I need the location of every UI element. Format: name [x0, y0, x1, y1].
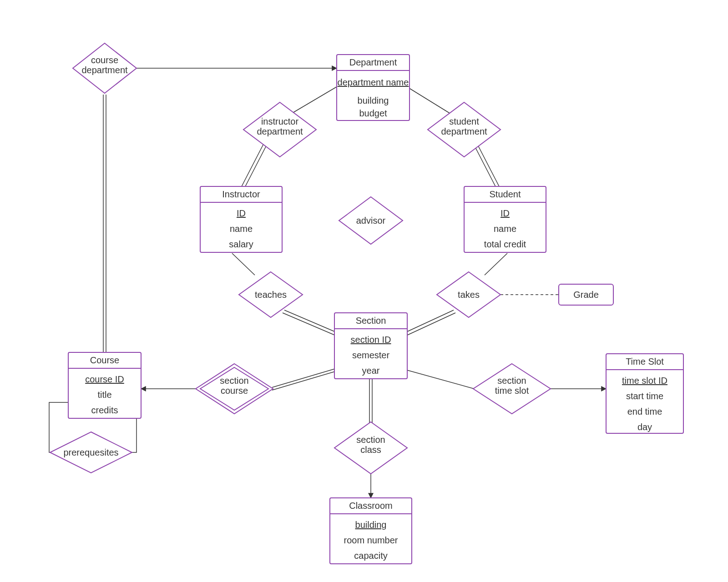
entity-section-attr-0: section ID — [351, 335, 391, 345]
rel-section-class: sectionclass — [334, 422, 407, 474]
entity-student-title: Student — [490, 189, 521, 199]
rel-advisor-label: advisor — [356, 216, 386, 226]
entity-timeslot: Time Slot time slot ID start time end ti… — [606, 354, 683, 433]
rel-prerequisites-label: prerequesites — [63, 447, 118, 457]
entity-classroom-title: Classroom — [349, 501, 393, 511]
rel-course-department: coursedepartment — [73, 43, 136, 93]
entity-timeslot-title: Time Slot — [626, 356, 664, 366]
rel-teaches: teaches — [239, 272, 303, 317]
rel-section-timeslot: sectiontime slot — [473, 364, 551, 414]
rel-teaches-label: teaches — [255, 290, 287, 300]
rel-instructor-department-label: instructordepartment — [257, 116, 303, 136]
entity-student-attr-1: name — [494, 224, 516, 234]
entity-student-attr-2: total credit — [484, 239, 526, 249]
entity-section: Section section ID semester year — [334, 313, 407, 379]
entity-instructor-attr-0: ID — [237, 208, 246, 218]
rel-instructor-department: instructordepartment — [243, 102, 316, 157]
entity-section-title: Section — [356, 316, 386, 326]
entity-course-title: Course — [90, 355, 119, 365]
rel-section-class-label: sectionclass — [356, 435, 385, 455]
entity-course-attr-0: course ID — [85, 374, 124, 384]
entity-timeslot-attr-2: end time — [627, 406, 662, 416]
entity-student-attr-0: ID — [500, 208, 510, 218]
rel-section-timeslot-label: sectiontime slot — [495, 376, 529, 396]
entity-timeslot-attr-0: time slot ID — [622, 376, 667, 386]
rel-section-course: sectioncourse — [196, 364, 273, 414]
er-diagram: Department department name building budg… — [0, 0, 728, 582]
rel-takes-label: takes — [458, 290, 480, 300]
entity-instructor-title: Instructor — [222, 189, 260, 199]
entity-classroom-attr-1: room number — [344, 535, 398, 545]
entity-classroom: Classroom building room number capacity — [330, 498, 412, 564]
entity-classroom-attr-0: building — [355, 520, 387, 530]
rel-takes: takes — [437, 272, 500, 317]
entity-timeslot-attr-3: day — [637, 422, 652, 432]
entity-department-attr-0: department name — [338, 77, 409, 87]
entity-department-attr-2: budget — [359, 108, 387, 118]
entity-section-attr-2: year — [362, 366, 380, 376]
rel-student-department: studentdepartment — [428, 102, 500, 157]
entity-department: Department department name building budg… — [337, 55, 410, 120]
entity-student: Student ID name total credit — [464, 186, 546, 252]
rel-section-course-label: sectioncourse — [220, 376, 248, 396]
entity-grade: Grade — [559, 284, 613, 305]
entity-course: Course course ID title credits — [68, 352, 141, 418]
entity-timeslot-attr-1: start time — [626, 391, 663, 401]
entity-instructor-attr-1: name — [230, 224, 253, 234]
entity-classroom-attr-2: capacity — [354, 551, 387, 561]
rel-advisor: advisor — [339, 197, 403, 244]
entity-instructor-attr-2: salary — [229, 239, 253, 249]
entity-department-attr-1: building — [358, 95, 389, 105]
entity-instructor: Instructor ID name salary — [200, 186, 282, 252]
entity-course-attr-2: credits — [91, 405, 118, 415]
entity-department-title: Department — [349, 57, 397, 67]
rel-prerequisites: prerequesites — [50, 432, 132, 473]
entity-grade-title: Grade — [573, 290, 599, 300]
entity-section-attr-1: semester — [352, 350, 390, 360]
entity-course-attr-1: title — [97, 390, 111, 400]
